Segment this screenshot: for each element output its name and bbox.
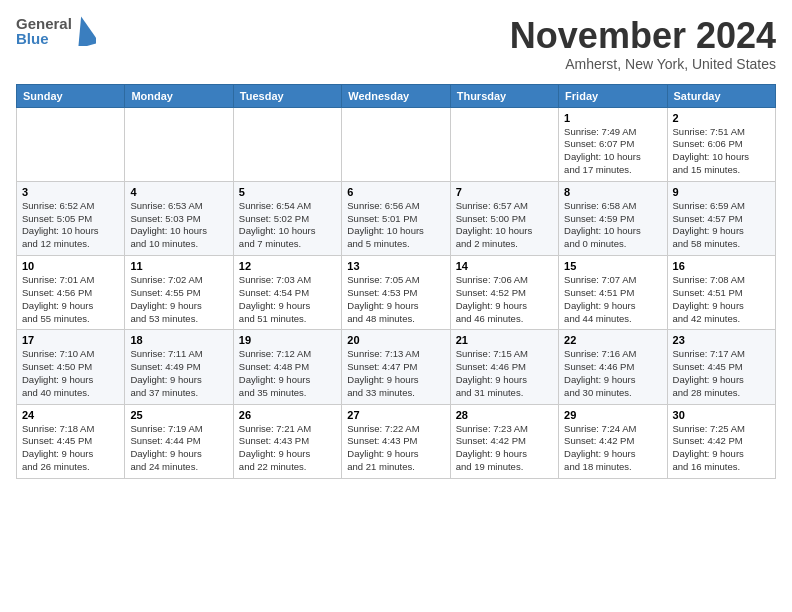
calendar-cell: 25Sunrise: 7:19 AM Sunset: 4:44 PM Dayli… xyxy=(125,404,233,478)
calendar-cell: 15Sunrise: 7:07 AM Sunset: 4:51 PM Dayli… xyxy=(559,256,667,330)
calendar-cell: 18Sunrise: 7:11 AM Sunset: 4:49 PM Dayli… xyxy=(125,330,233,404)
day-info: Sunrise: 7:49 AM Sunset: 6:07 PM Dayligh… xyxy=(564,126,661,177)
day-info: Sunrise: 7:16 AM Sunset: 4:46 PM Dayligh… xyxy=(564,348,661,399)
calendar-cell: 21Sunrise: 7:15 AM Sunset: 4:46 PM Dayli… xyxy=(450,330,558,404)
day-info: Sunrise: 7:07 AM Sunset: 4:51 PM Dayligh… xyxy=(564,274,661,325)
day-number: 2 xyxy=(673,112,770,124)
day-number: 16 xyxy=(673,260,770,272)
calendar-cell xyxy=(233,107,341,181)
day-info: Sunrise: 7:23 AM Sunset: 4:42 PM Dayligh… xyxy=(456,423,553,474)
day-number: 25 xyxy=(130,409,227,421)
calendar-cell: 24Sunrise: 7:18 AM Sunset: 4:45 PM Dayli… xyxy=(17,404,125,478)
calendar-cell: 17Sunrise: 7:10 AM Sunset: 4:50 PM Dayli… xyxy=(17,330,125,404)
day-info: Sunrise: 7:51 AM Sunset: 6:06 PM Dayligh… xyxy=(673,126,770,177)
day-info: Sunrise: 7:22 AM Sunset: 4:43 PM Dayligh… xyxy=(347,423,444,474)
day-info: Sunrise: 7:03 AM Sunset: 4:54 PM Dayligh… xyxy=(239,274,336,325)
calendar-cell: 16Sunrise: 7:08 AM Sunset: 4:51 PM Dayli… xyxy=(667,256,775,330)
day-number: 21 xyxy=(456,334,553,346)
day-number: 5 xyxy=(239,186,336,198)
day-info: Sunrise: 6:52 AM Sunset: 5:05 PM Dayligh… xyxy=(22,200,119,251)
calendar-cell: 29Sunrise: 7:24 AM Sunset: 4:42 PM Dayli… xyxy=(559,404,667,478)
day-number: 1 xyxy=(564,112,661,124)
day-info: Sunrise: 7:12 AM Sunset: 4:48 PM Dayligh… xyxy=(239,348,336,399)
day-number: 20 xyxy=(347,334,444,346)
calendar-cell: 27Sunrise: 7:22 AM Sunset: 4:43 PM Dayli… xyxy=(342,404,450,478)
title-area: November 2024 Amherst, New York, United … xyxy=(510,16,776,72)
day-info: Sunrise: 6:59 AM Sunset: 4:57 PM Dayligh… xyxy=(673,200,770,251)
svg-marker-0 xyxy=(74,16,96,46)
calendar-cell xyxy=(17,107,125,181)
day-header-wednesday: Wednesday xyxy=(342,84,450,107)
calendar-header-row: SundayMondayTuesdayWednesdayThursdayFrid… xyxy=(17,84,776,107)
logo-blue-text: Blue xyxy=(16,31,72,46)
day-info: Sunrise: 7:10 AM Sunset: 4:50 PM Dayligh… xyxy=(22,348,119,399)
day-number: 12 xyxy=(239,260,336,272)
day-number: 11 xyxy=(130,260,227,272)
calendar-cell xyxy=(125,107,233,181)
calendar-cell: 8Sunrise: 6:58 AM Sunset: 4:59 PM Daylig… xyxy=(559,181,667,255)
calendar-cell: 20Sunrise: 7:13 AM Sunset: 4:47 PM Dayli… xyxy=(342,330,450,404)
calendar-cell: 6Sunrise: 6:56 AM Sunset: 5:01 PM Daylig… xyxy=(342,181,450,255)
calendar-cell: 9Sunrise: 6:59 AM Sunset: 4:57 PM Daylig… xyxy=(667,181,775,255)
calendar-week-row: 17Sunrise: 7:10 AM Sunset: 4:50 PM Dayli… xyxy=(17,330,776,404)
calendar-cell: 2Sunrise: 7:51 AM Sunset: 6:06 PM Daylig… xyxy=(667,107,775,181)
day-info: Sunrise: 6:53 AM Sunset: 5:03 PM Dayligh… xyxy=(130,200,227,251)
day-info: Sunrise: 7:17 AM Sunset: 4:45 PM Dayligh… xyxy=(673,348,770,399)
logo-general-text: General xyxy=(16,16,72,31)
day-info: Sunrise: 6:57 AM Sunset: 5:00 PM Dayligh… xyxy=(456,200,553,251)
logo-flag-icon xyxy=(74,16,96,46)
day-number: 23 xyxy=(673,334,770,346)
day-number: 29 xyxy=(564,409,661,421)
calendar-cell: 7Sunrise: 6:57 AM Sunset: 5:00 PM Daylig… xyxy=(450,181,558,255)
day-info: Sunrise: 7:25 AM Sunset: 4:42 PM Dayligh… xyxy=(673,423,770,474)
day-info: Sunrise: 7:06 AM Sunset: 4:52 PM Dayligh… xyxy=(456,274,553,325)
day-info: Sunrise: 7:05 AM Sunset: 4:53 PM Dayligh… xyxy=(347,274,444,325)
day-info: Sunrise: 7:19 AM Sunset: 4:44 PM Dayligh… xyxy=(130,423,227,474)
day-number: 28 xyxy=(456,409,553,421)
calendar-cell xyxy=(342,107,450,181)
calendar-cell: 14Sunrise: 7:06 AM Sunset: 4:52 PM Dayli… xyxy=(450,256,558,330)
day-info: Sunrise: 7:15 AM Sunset: 4:46 PM Dayligh… xyxy=(456,348,553,399)
calendar-cell: 1Sunrise: 7:49 AM Sunset: 6:07 PM Daylig… xyxy=(559,107,667,181)
day-number: 24 xyxy=(22,409,119,421)
day-info: Sunrise: 7:01 AM Sunset: 4:56 PM Dayligh… xyxy=(22,274,119,325)
day-header-saturday: Saturday xyxy=(667,84,775,107)
day-number: 27 xyxy=(347,409,444,421)
day-number: 18 xyxy=(130,334,227,346)
day-number: 13 xyxy=(347,260,444,272)
day-info: Sunrise: 7:21 AM Sunset: 4:43 PM Dayligh… xyxy=(239,423,336,474)
calendar-cell: 30Sunrise: 7:25 AM Sunset: 4:42 PM Dayli… xyxy=(667,404,775,478)
day-number: 4 xyxy=(130,186,227,198)
day-info: Sunrise: 6:56 AM Sunset: 5:01 PM Dayligh… xyxy=(347,200,444,251)
calendar-cell: 12Sunrise: 7:03 AM Sunset: 4:54 PM Dayli… xyxy=(233,256,341,330)
day-info: Sunrise: 7:02 AM Sunset: 4:55 PM Dayligh… xyxy=(130,274,227,325)
day-number: 26 xyxy=(239,409,336,421)
day-info: Sunrise: 7:24 AM Sunset: 4:42 PM Dayligh… xyxy=(564,423,661,474)
day-number: 6 xyxy=(347,186,444,198)
day-info: Sunrise: 7:18 AM Sunset: 4:45 PM Dayligh… xyxy=(22,423,119,474)
day-number: 15 xyxy=(564,260,661,272)
day-number: 19 xyxy=(239,334,336,346)
logo: General Blue xyxy=(16,16,96,46)
calendar-week-row: 1Sunrise: 7:49 AM Sunset: 6:07 PM Daylig… xyxy=(17,107,776,181)
calendar-cell: 3Sunrise: 6:52 AM Sunset: 5:05 PM Daylig… xyxy=(17,181,125,255)
location-subtitle: Amherst, New York, United States xyxy=(510,56,776,72)
day-number: 7 xyxy=(456,186,553,198)
calendar-cell: 5Sunrise: 6:54 AM Sunset: 5:02 PM Daylig… xyxy=(233,181,341,255)
calendar-week-row: 10Sunrise: 7:01 AM Sunset: 4:56 PM Dayli… xyxy=(17,256,776,330)
day-number: 17 xyxy=(22,334,119,346)
day-header-thursday: Thursday xyxy=(450,84,558,107)
day-header-monday: Monday xyxy=(125,84,233,107)
day-number: 22 xyxy=(564,334,661,346)
day-info: Sunrise: 7:13 AM Sunset: 4:47 PM Dayligh… xyxy=(347,348,444,399)
calendar-cell: 10Sunrise: 7:01 AM Sunset: 4:56 PM Dayli… xyxy=(17,256,125,330)
calendar-cell: 4Sunrise: 6:53 AM Sunset: 5:03 PM Daylig… xyxy=(125,181,233,255)
page-header: General Blue November 2024 Amherst, New … xyxy=(16,16,776,72)
day-number: 30 xyxy=(673,409,770,421)
calendar-cell: 22Sunrise: 7:16 AM Sunset: 4:46 PM Dayli… xyxy=(559,330,667,404)
calendar-cell: 11Sunrise: 7:02 AM Sunset: 4:55 PM Dayli… xyxy=(125,256,233,330)
calendar-cell xyxy=(450,107,558,181)
day-info: Sunrise: 7:08 AM Sunset: 4:51 PM Dayligh… xyxy=(673,274,770,325)
calendar-cell: 26Sunrise: 7:21 AM Sunset: 4:43 PM Dayli… xyxy=(233,404,341,478)
day-number: 10 xyxy=(22,260,119,272)
